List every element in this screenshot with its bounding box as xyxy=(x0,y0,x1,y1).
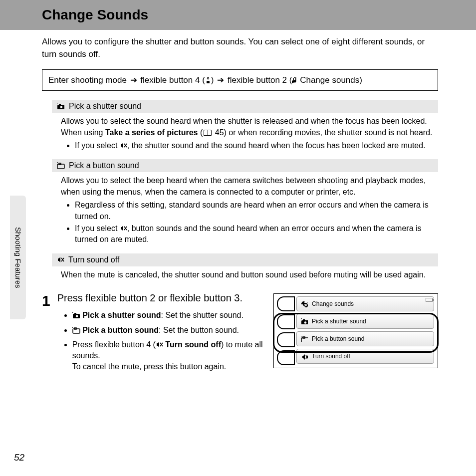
camera-shutter-icon xyxy=(301,318,308,324)
camera-button-icon xyxy=(57,162,65,169)
mute-icon xyxy=(57,256,64,263)
menu-item-sound-off[interactable]: Turn sound off xyxy=(296,349,434,364)
section-body-off: When the mute is canceled, the shutter s… xyxy=(42,266,438,287)
section-header-button: Pick a button sound xyxy=(52,159,438,172)
music-note-icon xyxy=(292,77,297,84)
page-number: 52 xyxy=(14,452,24,463)
arrow-icon: ➔ xyxy=(217,75,224,85)
step-number: 1 xyxy=(42,293,50,308)
flexible-button-2[interactable] xyxy=(277,314,295,329)
intro-text: Allows you to configure the shutter and … xyxy=(42,36,438,60)
flexible-button-4[interactable] xyxy=(277,350,295,365)
arrow-icon: ➔ xyxy=(130,75,137,85)
camera-button-icon xyxy=(301,336,308,342)
section-header-off: Turn sound off xyxy=(52,253,438,266)
section-body-button: Allows you to select the beep heard when… xyxy=(42,172,438,253)
menu-item-back[interactable]: Change sounds xyxy=(296,296,434,311)
book-icon xyxy=(204,130,212,136)
page-title: Change Sounds xyxy=(42,7,476,23)
flexible-button-1[interactable] xyxy=(277,296,295,311)
section-body-shutter: Allows you to select the sound heard whe… xyxy=(42,113,438,159)
section-header-shutter: Pick a shutter sound xyxy=(52,100,438,113)
step-1: 1 Press flexible button 2 or flexible bu… xyxy=(42,291,438,376)
mute-icon xyxy=(156,341,163,348)
camera-shutter-icon xyxy=(57,103,65,110)
mute-icon xyxy=(120,225,127,232)
menu-item-shutter[interactable]: Pick a shutter sound xyxy=(296,314,434,329)
menu-item-button[interactable]: Pick a button sound xyxy=(296,331,434,346)
settings-icon xyxy=(205,77,211,84)
mute-icon xyxy=(120,142,127,149)
camera-shutter-icon xyxy=(72,312,80,319)
camera-screen-diagram: Change sounds Pick a shutter sound Pick … xyxy=(273,293,438,368)
camera-button-icon xyxy=(72,327,80,334)
side-tab: Shooting Features xyxy=(10,196,26,319)
battery-icon xyxy=(426,298,433,302)
back-icon xyxy=(301,301,308,307)
flexible-button-3[interactable] xyxy=(277,332,295,347)
side-tab-label: Shooting Features xyxy=(14,227,22,288)
step-title: Press flexible button 2 or flexible butt… xyxy=(57,291,266,305)
navigation-path: Enter shooting mode ➔ flexible button 4 … xyxy=(42,69,438,91)
title-bar: Change Sounds xyxy=(0,0,476,30)
mute-icon xyxy=(301,353,308,360)
